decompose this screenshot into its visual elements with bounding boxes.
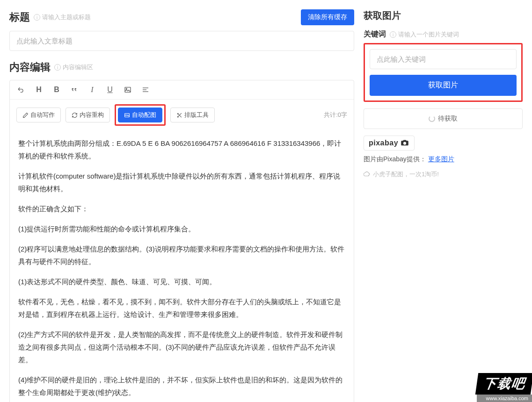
keyword-highlight-frame: 获取图片	[364, 43, 523, 102]
undo-icon[interactable]	[16, 85, 26, 94]
bold-icon[interactable]: B	[52, 85, 61, 94]
cloud-icon	[364, 171, 370, 178]
layout-tool-button[interactable]: 排版工具	[170, 108, 215, 122]
content-paragraph: 软件的正确含义如下：	[18, 202, 345, 215]
keyword-input[interactable]	[370, 49, 517, 69]
content-paragraph: (4)维护不同的硬件是旧的，理论上软件是旧的，并不坏，但实际上软件也是旧的和坏的…	[18, 373, 345, 399]
fetch-image-button[interactable]: 获取图片	[370, 75, 517, 96]
action-toolbar: 自动写作 内容重构 自动配图 排版工具 共计:0字	[10, 100, 354, 130]
pixabay-logo: pixabay	[364, 136, 415, 151]
main-column: 标题 i 请输入主题或标题 清除所有缓存 内容编辑 i 内容编辑区	[9, 9, 354, 402]
sidebar-title: 获取图片	[364, 9, 523, 22]
content-hint: i 内容编辑区	[54, 63, 93, 72]
auto-image-button[interactable]: 自动配图	[118, 108, 162, 122]
image-icon[interactable]	[123, 85, 132, 94]
title-hint: i 请输入主题或标题	[34, 13, 91, 22]
promo-line: 小虎子配图，一次1淘币!	[364, 170, 523, 179]
title-header: 标题 i 请输入主题或标题 清除所有缓存	[9, 9, 354, 25]
sidebar: 获取图片 关键词 i 请输入一个图片关键词 获取图片 待获取 pixabay 图…	[364, 9, 523, 402]
content-header: 内容编辑 i 内容编辑区	[9, 60, 354, 74]
picture-icon	[124, 112, 130, 118]
underline-icon[interactable]: U	[105, 85, 115, 94]
content-paragraph: 计算机软件(computer software)是指计算机系统中除硬件以外的所有…	[18, 170, 345, 195]
content-paragraph: (1)表达形式不同的硬件类型、颜色、味道、可见、可摸、可闻。	[18, 275, 345, 288]
align-left-icon[interactable]	[141, 85, 150, 94]
auto-write-button[interactable]: 自动写作	[16, 108, 61, 122]
restructure-button[interactable]: 内容重构	[66, 108, 110, 122]
italic-icon[interactable]: I	[87, 85, 97, 94]
more-images-link[interactable]: 更多图片	[428, 155, 454, 163]
word-count: 共计:0字	[324, 111, 347, 119]
pencil-icon	[22, 112, 29, 118]
auto-image-highlight: 自动配图	[115, 104, 166, 126]
title-label: 标题 i 请输入主题或标题	[9, 10, 91, 24]
content-label: 内容编辑 i 内容编辑区	[9, 60, 93, 74]
content-editor[interactable]: 整个计算机系统由两部分组成：E.69DA 5 E 6 BA 9062616964…	[10, 130, 354, 402]
info-icon: i	[54, 64, 61, 71]
quote-icon[interactable]	[70, 85, 79, 94]
keyword-label: 关键词 i 请输入一个图片关键词	[364, 29, 523, 39]
keyword-hint: i 请输入一个图片关键词	[390, 30, 459, 39]
heading-icon[interactable]: H	[34, 85, 44, 94]
editor-box: H B I U 自动写作	[9, 80, 354, 402]
credit-line: 图片由Pixabay提供： 更多图片	[364, 155, 523, 164]
content-paragraph: (2)程序可以满意地处理信息的数据结构。(3)说明程序功能要求和程序需要的文档的…	[18, 243, 345, 268]
clear-cache-button[interactable]: 清除所有缓存	[301, 9, 354, 25]
article-title-input[interactable]	[9, 31, 354, 51]
content-paragraph: (2)生产方式不同的软件是开发，是人类智能的高发挥，而不是传统意义上的硬件制造。…	[18, 328, 345, 366]
content-paragraph: 整个计算机系统由两部分组成：E.69DA 5 E 6 BA 9062616964…	[18, 137, 345, 162]
content-paragraph: (1)提供运行时所需功能和性能的命令或计算机程序集合。	[18, 223, 345, 235]
format-toolbar: H B I U	[10, 80, 354, 100]
content-paragraph: 软件看不见，无色，枯燥，看不见，摸不到，闻不到。软件大部分存在于人们的头脑或纸上…	[18, 295, 345, 321]
refresh-icon	[72, 112, 78, 118]
info-icon: i	[34, 14, 40, 21]
svg-point-7	[177, 116, 178, 117]
info-icon: i	[390, 31, 396, 38]
scissors-icon	[176, 112, 182, 118]
spinner-icon	[429, 115, 435, 122]
camera-icon	[400, 139, 409, 147]
svg-point-6	[177, 113, 178, 114]
pending-status: 待获取	[364, 108, 523, 129]
svg-point-1	[126, 88, 127, 89]
